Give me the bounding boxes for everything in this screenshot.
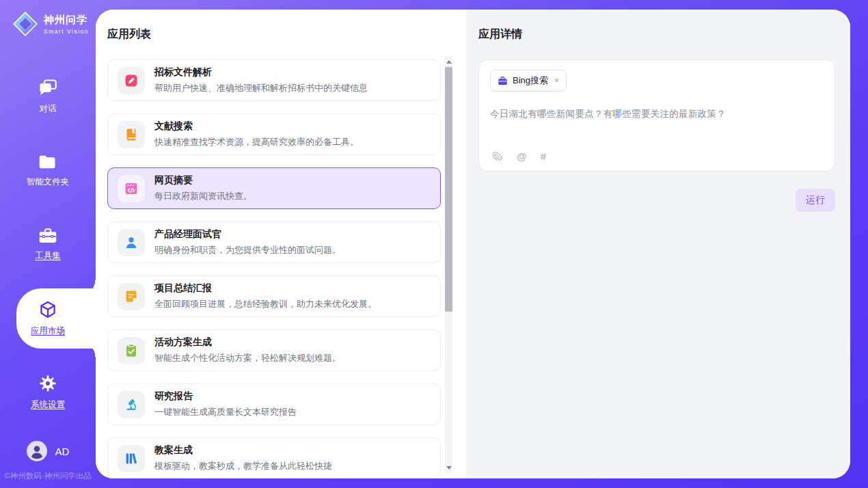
scroll-down-arrow-icon[interactable] — [445, 463, 452, 472]
tool-tag-bing-search[interactable]: Bing搜索 × — [490, 70, 567, 92]
app-item-bid-parsing[interactable]: 招标文件解析 帮助用户快速、准确地理解和解析招标书中的关键信息 — [107, 59, 441, 101]
app-item-desc: 帮助用户快速、准确地理解和解析招标书中的关键信息 — [154, 82, 368, 94]
brand-name: 神州问学 — [44, 14, 89, 27]
app-item-desc: 快速精准查找学术资源，提高研究效率的必备工具。 — [154, 136, 359, 148]
copyright-text: ©神州数码·神州问学出品 — [0, 471, 96, 481]
app-item-literature-search[interactable]: 文献搜索 快速精准查找学术资源，提高研究效率的必备工具。 — [107, 113, 441, 155]
sidebar-footer: AD ©神州数码·神州问学出品 — [0, 441, 96, 481]
app-item-desc: 每日政府新闻资讯快查。 — [154, 190, 252, 202]
app-list-scrollbar[interactable] — [445, 56, 452, 473]
scroll-up-arrow-icon[interactable] — [445, 57, 452, 66]
avatar — [27, 441, 47, 461]
app-item-web-summary[interactable]: 网页摘要 每日政府新闻资讯快查。 — [107, 167, 441, 209]
sidebar-item-app-market[interactable]: 应用市场 — [0, 282, 96, 355]
app-item-title: 活动方案生成 — [154, 336, 341, 349]
cube-icon — [38, 300, 57, 319]
app-item-desc: 智能生成个性化活动方案，轻松解决规划难题。 — [154, 352, 341, 364]
app-item-research-report[interactable]: 研究报告 一键智能生成高质量长文本研究报告 — [107, 383, 441, 425]
run-button[interactable]: 运行 — [796, 189, 835, 212]
app-item-lesson-plan[interactable]: 教案生成 模板驱动，教案秒成，教学准备从此轻松快捷 — [107, 437, 441, 478]
app-item-pm-interviewer[interactable]: 产品经理面试官 明确身份和职责，为您提供专业性的面试问题。 — [107, 221, 441, 263]
hashtag-icon[interactable]: # — [541, 150, 546, 162]
app-detail-title: 应用详情 — [478, 27, 835, 42]
gear-icon — [38, 374, 57, 393]
interviewer-icon — [118, 229, 145, 256]
note-icon — [118, 283, 145, 310]
sidebar-item-label: 应用市场 — [31, 325, 65, 337]
briefcase-icon — [498, 76, 508, 86]
app-item-desc: 全面回顾项目进展，总结经验教训，助力未来优化发展。 — [154, 298, 377, 310]
sidebar-item-settings[interactable]: 系统设置 — [0, 355, 96, 429]
paperclip-icon[interactable] — [491, 150, 503, 162]
app-list: 招标文件解析 帮助用户快速、准确地理解和解析招标书中的关键信息 文献搜索 快速精… — [107, 59, 441, 478]
attachment-toolbar: @ # — [491, 150, 546, 162]
sidebar-item-smart-folders[interactable]: 智能文件夹 — [0, 134, 96, 208]
scrollbar-thumb[interactable] — [445, 67, 452, 312]
app-item-project-summary[interactable]: 项目总结汇报 全面回顾项目进展，总结经验教训，助力未来优化发展。 — [107, 275, 441, 317]
prompt-card[interactable]: Bing搜索 × 今日湖北有哪些新闻要点？有哪些需要关注的最新政策？ @ # — [478, 59, 835, 172]
folder-icon — [38, 154, 57, 170]
app-item-title: 网页摘要 — [154, 174, 252, 187]
books-icon — [118, 445, 145, 472]
sidebar: 神州问学 Smart Vision 对话 智能文件夹 — [0, 0, 96, 488]
app-item-event-plan[interactable]: 活动方案生成 智能生成个性化活动方案，轻松解决规划难题。 — [107, 329, 441, 371]
brand-gem-icon — [12, 11, 38, 37]
app-item-desc: 一键智能生成高质量长文本研究报告 — [154, 406, 297, 418]
sidebar-item-label: 系统设置 — [31, 399, 65, 411]
sidebar-item-label: 对话 — [40, 103, 57, 115]
user-account[interactable]: AD — [0, 441, 96, 461]
app-item-title: 文献搜索 — [154, 120, 359, 133]
prompt-text[interactable]: 今日湖北有哪些新闻要点？有哪些需要关注的最新政策？ — [490, 108, 824, 120]
brand-tagline: Smart Vision — [44, 28, 89, 35]
app-item-desc: 模板驱动，教案秒成，教学准备从此轻松快捷 — [154, 460, 332, 472]
app-item-title: 教案生成 — [154, 444, 332, 457]
sidebar-item-label: 工具集 — [35, 250, 61, 262]
toolbox-icon — [38, 228, 57, 244]
sidebar-nav: 对话 智能文件夹 工 — [0, 60, 96, 429]
content-shell: 应用列表 招标文件解析 帮助用户快速、准确地理解和解析招标书中的关键信息 — [96, 10, 850, 478]
app-detail-panel: 应用详情 Bing搜索 × 今日湖北有哪些新闻要点？有哪些需要关注的最新政策？ … — [466, 10, 850, 478]
sidebar-item-toolset[interactable]: 工具集 — [0, 208, 96, 282]
app-item-title: 项目总结汇报 — [154, 282, 377, 295]
user-name: AD — [55, 446, 70, 457]
app-item-title: 产品经理面试官 — [154, 228, 341, 241]
app-item-title: 招标文件解析 — [154, 66, 368, 79]
sidebar-item-label: 智能文件夹 — [27, 176, 70, 188]
mention-icon[interactable]: @ — [517, 150, 527, 162]
brand-logo: 神州问学 Smart Vision — [0, 0, 96, 37]
app-list-panel: 应用列表 招标文件解析 帮助用户快速、准确地理解和解析招标书中的关键信息 — [96, 10, 466, 478]
microscope-icon — [118, 391, 145, 418]
edit-icon — [118, 67, 145, 94]
app-list-title: 应用列表 — [107, 27, 466, 42]
tag-close-icon[interactable]: × — [554, 76, 559, 85]
clipboard-check-icon — [118, 337, 145, 364]
app-item-desc: 明确身份和职责，为您提供专业性的面试问题。 — [154, 244, 341, 256]
book-icon — [118, 121, 145, 148]
app-item-title: 研究报告 — [154, 390, 297, 403]
browser-icon — [118, 175, 145, 202]
chat-icon — [38, 79, 57, 97]
tool-tag-label: Bing搜索 — [513, 74, 548, 87]
sidebar-item-chat[interactable]: 对话 — [0, 60, 96, 134]
